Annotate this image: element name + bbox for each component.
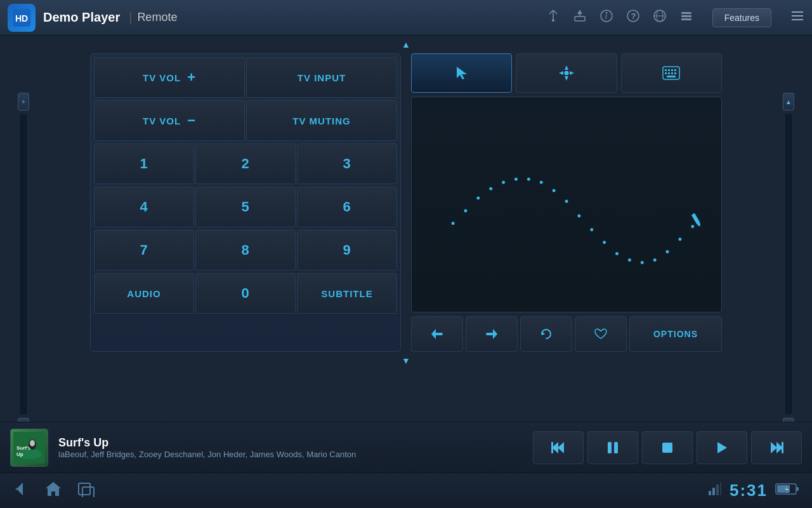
right-scrollbar: ▲ ▼ bbox=[783, 93, 794, 436]
svg-rect-34 bbox=[665, 72, 667, 74]
status-recents-icon[interactable] bbox=[77, 481, 95, 501]
num-8-button[interactable]: 8 bbox=[195, 230, 296, 271]
svg-point-46 bbox=[540, 181, 543, 184]
tv-vol-up-button[interactable]: TV VOL + bbox=[94, 57, 245, 98]
svg-rect-59 bbox=[691, 213, 700, 224]
globe-icon[interactable] bbox=[653, 9, 667, 26]
svg-marker-24 bbox=[565, 65, 568, 70]
track-info: Surf's Up laBeouf, Jeff Bridges, Zooey D… bbox=[58, 436, 533, 459]
touchpad-area[interactable] bbox=[411, 97, 722, 312]
header-subtitle: Remote bbox=[137, 11, 177, 24]
scroll-up-right[interactable]: ▲ bbox=[783, 93, 794, 110]
help-icon[interactable]: ? bbox=[626, 9, 640, 26]
svg-rect-77 bbox=[662, 443, 672, 453]
favorite-button[interactable] bbox=[575, 316, 627, 352]
svg-point-71 bbox=[30, 440, 35, 446]
info-icon[interactable]: i bbox=[599, 9, 613, 26]
status-back-icon[interactable] bbox=[13, 481, 29, 500]
num-1-button[interactable]: 1 bbox=[94, 144, 194, 184]
album-art: Surf's Up bbox=[10, 429, 48, 467]
svg-point-49 bbox=[577, 214, 580, 217]
svg-marker-25 bbox=[565, 76, 568, 81]
svg-marker-65 bbox=[542, 331, 545, 335]
svg-point-55 bbox=[653, 258, 657, 262]
svg-marker-78 bbox=[717, 442, 727, 453]
num-5-button[interactable]: 5 bbox=[195, 187, 296, 227]
svg-rect-74 bbox=[551, 442, 553, 453]
svg-text:?: ? bbox=[631, 11, 636, 21]
num-4-button[interactable]: 4 bbox=[94, 187, 194, 227]
scroll-track-right[interactable] bbox=[784, 113, 793, 415]
svg-point-51 bbox=[603, 241, 606, 244]
panels-area: TV VOL + TV INPUT TV VOL − TV MUTING 1 2… bbox=[0, 53, 812, 352]
svg-marker-27 bbox=[570, 71, 574, 75]
svg-marker-61 bbox=[431, 329, 436, 339]
svg-rect-88 bbox=[712, 488, 715, 495]
svg-rect-30 bbox=[665, 69, 667, 71]
next-button[interactable] bbox=[751, 431, 802, 464]
svg-point-39 bbox=[452, 222, 455, 225]
tools-icon[interactable] bbox=[679, 9, 693, 26]
app-logo: HD bbox=[8, 4, 36, 32]
refresh-button[interactable] bbox=[520, 316, 572, 352]
status-signal-icon bbox=[708, 482, 722, 500]
num-7-button[interactable]: 7 bbox=[94, 230, 194, 271]
keyboard-mode-button[interactable] bbox=[621, 53, 722, 93]
num-6-button[interactable]: 6 bbox=[297, 187, 397, 227]
svg-rect-19 bbox=[681, 18, 691, 20]
svg-rect-92 bbox=[796, 487, 799, 491]
svg-rect-75 bbox=[608, 442, 612, 453]
svg-point-53 bbox=[628, 258, 631, 262]
features-button[interactable]: Features bbox=[712, 8, 771, 27]
tv-input-button[interactable]: TV INPUT bbox=[246, 57, 397, 98]
prev-button[interactable] bbox=[533, 431, 584, 464]
track-title: Surf's Up bbox=[58, 436, 533, 450]
svg-text:HD: HD bbox=[15, 13, 28, 23]
upload-icon[interactable] bbox=[573, 9, 587, 26]
forward-button[interactable] bbox=[466, 316, 518, 352]
back-button[interactable] bbox=[411, 316, 463, 352]
status-home-icon[interactable] bbox=[44, 481, 62, 501]
num-2-button[interactable]: 2 bbox=[195, 144, 296, 184]
scroll-arrow-top[interactable]: ▲ bbox=[0, 36, 812, 53]
num-9-button[interactable]: 9 bbox=[297, 230, 397, 271]
num-3-button[interactable]: 3 bbox=[297, 144, 397, 184]
scroll-plus[interactable]: + bbox=[18, 93, 29, 110]
options-button[interactable]: OPTIONS bbox=[629, 316, 722, 352]
svg-rect-62 bbox=[435, 333, 443, 335]
svg-rect-83 bbox=[16, 488, 16, 490]
scroll-track-left[interactable] bbox=[19, 113, 28, 415]
svg-point-48 bbox=[565, 200, 568, 203]
svg-rect-18 bbox=[681, 15, 691, 17]
play-button[interactable] bbox=[697, 431, 747, 464]
audio-button[interactable]: AUDIO bbox=[94, 273, 194, 314]
dpad-mode-button[interactable] bbox=[516, 53, 617, 93]
num-0-button[interactable]: 0 bbox=[195, 273, 296, 314]
svg-rect-33 bbox=[674, 69, 676, 71]
svg-point-42 bbox=[489, 187, 492, 190]
svg-point-28 bbox=[564, 71, 568, 76]
pause-button[interactable] bbox=[587, 431, 638, 464]
svg-marker-26 bbox=[559, 71, 563, 75]
svg-marker-63 bbox=[493, 329, 497, 339]
svg-point-58 bbox=[691, 225, 694, 228]
svg-line-4 bbox=[553, 10, 557, 14]
svg-rect-76 bbox=[614, 442, 618, 453]
cursor-mode-button[interactable] bbox=[411, 53, 512, 93]
btn-row-5: 7 8 9 bbox=[93, 229, 398, 271]
scroll-arrow-bottom[interactable]: ▼ bbox=[0, 352, 812, 370]
btn-row-4: 4 5 6 bbox=[93, 186, 398, 228]
stop-button[interactable] bbox=[642, 431, 693, 464]
subtitle-button[interactable]: SUBTITLE bbox=[297, 273, 397, 314]
status-time: 5:31 bbox=[730, 481, 768, 500]
svg-text:i: i bbox=[605, 12, 607, 21]
left-panel: TV VOL + TV INPUT TV VOL − TV MUTING 1 2… bbox=[90, 53, 401, 352]
header-divider: | bbox=[129, 10, 132, 25]
svg-marker-79 bbox=[771, 442, 777, 453]
svg-marker-84 bbox=[46, 482, 61, 496]
tv-muting-button[interactable]: TV MUTING bbox=[246, 100, 397, 141]
menu-icon[interactable] bbox=[790, 9, 804, 26]
antenna-icon[interactable] bbox=[546, 9, 560, 26]
tv-vol-down-button[interactable]: TV VOL − bbox=[94, 100, 245, 141]
svg-rect-32 bbox=[671, 69, 673, 71]
